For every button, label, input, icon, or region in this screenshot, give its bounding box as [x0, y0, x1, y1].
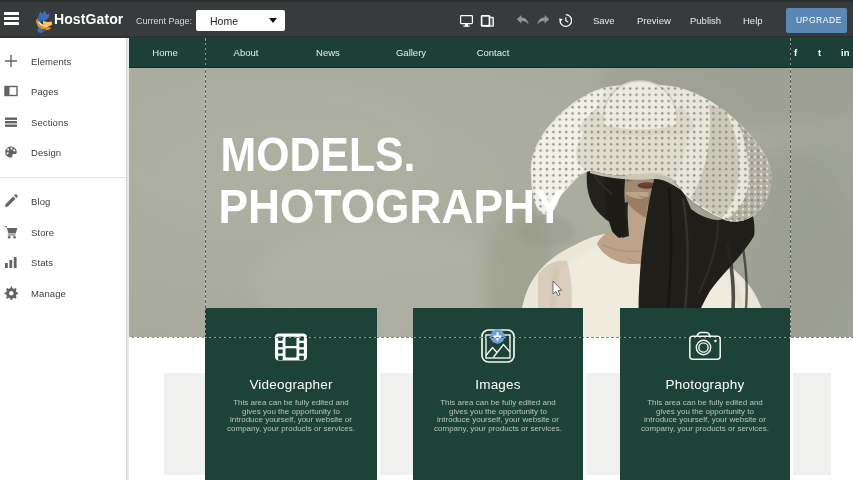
svg-text:PHOTOGRAPHY: PHOTOGRAPHY — [219, 180, 565, 233]
svg-text:MODELS.: MODELS. — [221, 128, 416, 181]
